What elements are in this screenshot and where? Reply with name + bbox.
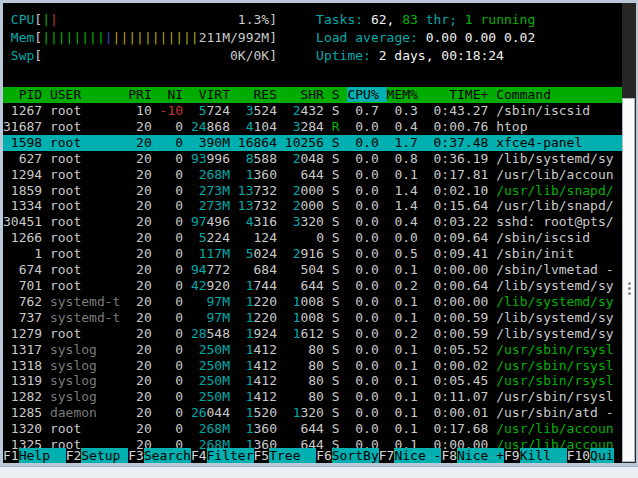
column-header-cmd[interactable]: Command: [496, 87, 621, 102]
fkey-f5-label[interactable]: Tree: [269, 448, 316, 463]
field-res-pad: [238, 421, 246, 436]
field-pid: 1320: [3, 421, 50, 436]
fkey-f3-key[interactable]: F3: [128, 448, 144, 463]
fkey-f8-key[interactable]: F8: [441, 448, 457, 463]
field-state: S: [332, 151, 348, 166]
process-row-1279[interactable]: 1279 root 20 0 28548 1924 1612 S 0.0 0.2…: [3, 326, 622, 342]
scrollbar-grip-icon: [628, 282, 631, 285]
process-row-30451[interactable]: 30451 root 20 0 97496 4316 3320 S 0.0 0.…: [3, 214, 622, 230]
field-pri: 10: [128, 103, 159, 118]
field-shr: 504: [300, 262, 323, 277]
column-header-pid[interactable]: PID: [3, 87, 50, 102]
fkey-f1-key[interactable]: F1: [3, 448, 19, 463]
sep: [183, 358, 191, 373]
meter-bracket-open: [: [34, 12, 42, 27]
field-res: 1: [246, 326, 254, 341]
fkey-f7-key[interactable]: F7: [379, 448, 395, 463]
sep: [230, 198, 238, 213]
column-header-virt[interactable]: VIRT: [191, 87, 238, 102]
scrollbar-thumb[interactable]: [622, 98, 635, 462]
field-res-pad: [238, 151, 246, 166]
field-res-pad: [238, 119, 246, 134]
field-res: 924: [254, 326, 277, 341]
field-state: S: [332, 278, 348, 293]
process-row-1267[interactable]: 1267 root 10 -10 5724 3524 2432 S 0.7 0.…: [3, 103, 622, 119]
process-row-1294[interactable]: 1294 root 20 0 268M 1360 644 S 0.0 0.1 0…: [3, 167, 622, 183]
field-shr: 80: [308, 389, 324, 404]
process-row-1266[interactable]: 1266 root 20 0 5224 124 0 S 0.0 0.0 0:09…: [3, 230, 622, 246]
sep: [324, 326, 332, 341]
process-row-627[interactable]: 627 root 20 0 93996 8588 2048 S 0.0 0.8 …: [3, 151, 622, 167]
column-header-s[interactable]: S: [332, 87, 348, 102]
process-row-701[interactable]: 701 root 20 0 42920 1744 644 S 0.0 0.2 0…: [3, 278, 622, 294]
process-row-1317[interactable]: 1317 syslog 20 0 250M 1412 80 S 0.0 0.1 …: [3, 342, 622, 358]
field-ni: 0: [160, 135, 183, 150]
fkey-f5-key[interactable]: F5: [254, 448, 270, 463]
fkey-f4-label[interactable]: Filter: [207, 448, 254, 463]
process-row-1320[interactable]: 1320 root 20 0 268M 1360 644 S 0.0 0.1 0…: [3, 421, 622, 437]
process-row-31687[interactable]: 31687 root 20 0 24868 4104 3284 R 0.0 0.…: [3, 119, 622, 135]
fkey-f3-label[interactable]: Search: [144, 448, 191, 463]
sep: [277, 405, 285, 420]
field-pid: 701: [3, 278, 50, 293]
field-state: S: [332, 310, 348, 325]
fkey-f9-key[interactable]: F9: [504, 448, 520, 463]
fkey-f7-label[interactable]: Nice -: [394, 448, 441, 463]
process-row-1318[interactable]: 1318 syslog 20 0 250M 1412 80 S 0.0 0.1 …: [3, 358, 622, 374]
process-row-1282[interactable]: 1282 syslog 20 0 250M 1412 80 S 0.0 0.1 …: [3, 389, 622, 405]
gap: [277, 12, 316, 27]
field-ni: 0: [160, 214, 183, 229]
field-res: 1: [246, 358, 254, 373]
field-shr-pad: [285, 326, 293, 341]
process-row-1319[interactable]: 1319 syslog 20 0 250M 1412 80 S 0.0 0.1 …: [3, 373, 622, 389]
column-header-shr[interactable]: SHR: [285, 87, 332, 102]
field-virt: 224: [207, 230, 230, 245]
column-header-time[interactable]: TIME+: [426, 87, 496, 102]
fkey-f4-key[interactable]: F4: [191, 448, 207, 463]
fkey-f10-key[interactable]: F10: [567, 448, 590, 463]
process-row-1859[interactable]: 1859 root 20 0 273M 13732 2000 S 0.0 1.4…: [3, 183, 622, 199]
field-res: 4: [246, 119, 254, 134]
field-shr: 432: [300, 103, 323, 118]
field-time: 0:37.48: [426, 135, 496, 150]
field-time: 0:00.00: [426, 262, 496, 277]
fkey-f6-label[interactable]: SortBy: [332, 448, 379, 463]
column-header-pri[interactable]: PRI: [128, 87, 159, 102]
fkey-f2-key[interactable]: F2: [66, 448, 82, 463]
column-header-res[interactable]: RES: [238, 87, 285, 102]
field-pri: 20: [128, 326, 159, 341]
fkey-f8-label[interactable]: Nice +: [457, 448, 504, 463]
process-row-1[interactable]: 1 root 20 0 117M 5024 2916 S 0.0 0.5 0:0…: [3, 246, 622, 262]
fkey-f9-label[interactable]: Kill: [520, 448, 567, 463]
field-time: 0:00.01: [426, 405, 496, 420]
field-ni: 0: [160, 167, 183, 182]
fkey-f2-label[interactable]: Setup: [81, 448, 128, 463]
fkey-f1-label[interactable]: Help: [19, 448, 66, 463]
field-time: 0:17.81: [426, 167, 496, 182]
process-row-737[interactable]: 737 systemd-t 20 0 97M 1220 1008 S 0.0 0…: [3, 310, 622, 326]
field-res: 024: [254, 246, 277, 261]
field-command: xfce4-panel: [496, 135, 621, 150]
process-row-674[interactable]: 674 root 20 0 94772 684 504 S 0.0 0.1 0:…: [3, 262, 622, 278]
process-row-1334[interactable]: 1334 root 20 0 273M 13732 2000 S 0.0 1.4…: [3, 198, 622, 214]
field-time: 0:09.41: [426, 246, 496, 261]
field-pri: 20: [128, 167, 159, 182]
field-shr: 320: [300, 214, 323, 229]
column-header-user[interactable]: USER: [50, 87, 128, 102]
column-header-cpu[interactable]: CPU%: [347, 87, 386, 102]
column-header-ni[interactable]: NI: [160, 87, 191, 102]
scrollbar-track[interactable]: [622, 3, 636, 463]
field-mem-percent: 1.4: [387, 198, 426, 213]
process-row-1598[interactable]: 1598 root 20 0 390M 16864 10256 S 0.0 1.…: [3, 135, 622, 151]
field-command: /lib/systemd/sy: [496, 151, 621, 166]
meter-bracket-close: ]: [269, 48, 277, 63]
fkey-f6-key[interactable]: F6: [316, 448, 332, 463]
field-virt: 97M: [207, 310, 230, 325]
column-header-mem[interactable]: MEM%: [387, 87, 426, 102]
sep: [277, 198, 285, 213]
process-row-1285[interactable]: 1285 daemon 20 0 26044 1520 1320 S 0.0 0…: [3, 405, 622, 421]
status-text: 0.00: [465, 30, 504, 45]
fkey-f10-label[interactable]: Qui: [590, 448, 613, 463]
field-user: root: [50, 151, 128, 166]
process-row-762[interactable]: 762 systemd-t 20 0 97M 1220 1008 S 0.0 0…: [3, 294, 622, 310]
